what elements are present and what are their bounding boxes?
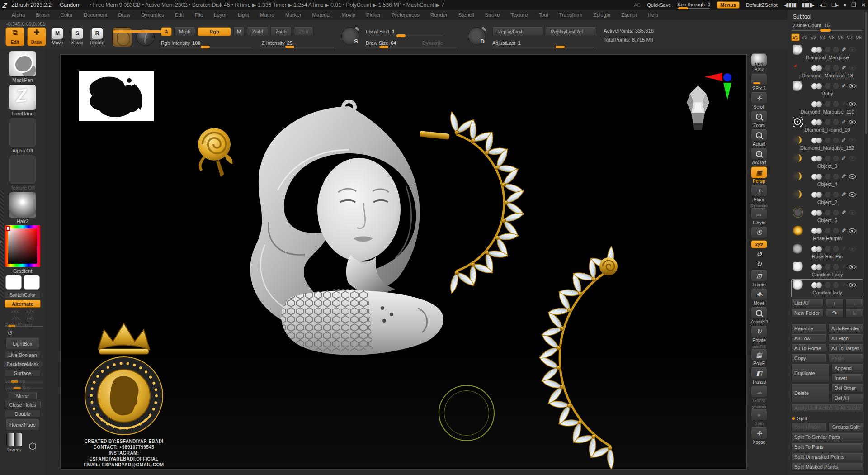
stroke-selector[interactable]: FreeHand	[9, 84, 36, 116]
menu-item[interactable]: Help	[642, 11, 664, 19]
alpha-off-thumbnail[interactable]	[9, 118, 36, 147]
menu-item[interactable]: Alpha	[6, 11, 30, 19]
rgb-button[interactable]: Rgb	[198, 27, 231, 36]
shader-icon[interactable]	[825, 138, 830, 143]
eye-icon[interactable]	[849, 84, 856, 88]
subtool-view-tab[interactable]: V4	[818, 33, 827, 41]
subtool-row[interactable]: ✎ Rose Hair Pin	[791, 243, 863, 261]
subtool-row[interactable]: ✎ Object_3	[791, 152, 863, 171]
shader-icon[interactable]	[825, 246, 830, 252]
mirror-z-button[interactable]: >Z<	[26, 309, 35, 314]
tray-divider-handle[interactable]	[0, 190, 4, 299]
visibility-icon[interactable]	[811, 101, 822, 107]
subtool-row[interactable]: ✎ Object_2	[791, 189, 863, 207]
right-strip-item[interactable]: ⊥ Floor	[750, 185, 768, 202]
invers-icon[interactable]	[6, 433, 22, 446]
zsub-button[interactable]: Zsub	[270, 27, 291, 36]
color-picker[interactable]	[5, 225, 40, 267]
subtool-name[interactable]: Rose Hairpin	[793, 236, 862, 242]
alternate-button[interactable]: Alternate	[5, 300, 41, 308]
polypaint-icon[interactable]: ✎	[841, 83, 846, 89]
subtool-thumbnail[interactable]	[793, 280, 803, 290]
uv-icon[interactable]	[833, 156, 839, 161]
texture-off-thumbnail[interactable]	[9, 155, 36, 185]
right-strip-item[interactable]: ✛ Scroll	[750, 92, 768, 109]
polypaint-icon[interactable]: ✎	[841, 119, 846, 125]
visibility-icon[interactable]	[811, 47, 822, 53]
menu-item[interactable]: Stencil	[453, 11, 480, 19]
right-strip-item[interactable]: ⊡ Frame	[750, 270, 768, 287]
subtool-view-tab[interactable]: V6	[836, 33, 845, 41]
move-to-folder-button[interactable]: ↷	[826, 309, 844, 317]
subtool-row[interactable]: ✎ Diamond_Marquise_152	[791, 134, 863, 152]
rgb-intensity-slider[interactable]: Rgb Intensity 100	[161, 38, 251, 48]
menu-item[interactable]: Color	[55, 11, 78, 19]
strip-icon[interactable]: ✛	[751, 92, 767, 104]
menu-item[interactable]: Texture	[505, 11, 533, 19]
eye-icon[interactable]	[849, 138, 856, 142]
uv-icon[interactable]	[833, 138, 839, 143]
eye-icon[interactable]	[849, 192, 856, 197]
polypaint-icon[interactable]: ✎	[841, 264, 846, 270]
surface-button[interactable]: Surface	[5, 369, 41, 377]
right-strip-item[interactable]: SPix 3	[750, 74, 768, 91]
apply-last-action-button[interactable]: Apply Last Action To All Subto	[791, 404, 863, 412]
subtool-name[interactable]: Diamond_Marquise_110	[793, 109, 862, 116]
strip-icon[interactable]: ✢	[751, 428, 767, 439]
right-strip-item[interactable]: xyz	[750, 240, 768, 249]
autoreorder-button[interactable]: AutoReorder	[828, 324, 863, 332]
polypaint-icon[interactable]: ✎	[841, 246, 846, 252]
shader-icon[interactable]	[825, 282, 830, 288]
eye-icon[interactable]	[849, 120, 856, 124]
maskpen-brush-thumbnail[interactable]	[9, 51, 36, 77]
material-sphere-thumbnail[interactable]	[9, 192, 36, 218]
shader-icon[interactable]	[825, 65, 830, 71]
subtool-row[interactable]: ✎ Rose Hairpin	[791, 225, 863, 243]
visibility-icon[interactable]	[811, 192, 822, 198]
strip-icon[interactable]: ✇	[751, 227, 767, 238]
polypaint-icon[interactable]: ✎	[841, 228, 846, 234]
subtool-name[interactable]: Ruby	[793, 91, 862, 98]
uv-icon[interactable]	[833, 47, 839, 52]
shader-icon[interactable]	[825, 47, 830, 52]
copy-button[interactable]: Copy	[791, 354, 826, 362]
del-all-button[interactable]: Del All	[831, 394, 863, 402]
split-section-header[interactable]: Split	[792, 416, 863, 421]
strip-icon[interactable]: ☁	[751, 386, 767, 398]
visibility-icon[interactable]	[811, 119, 822, 125]
texture-selector[interactable]: Texture Off	[9, 155, 36, 190]
replay-last-rel-button[interactable]: ReplayLastRel	[546, 27, 597, 36]
subtool-thumbnail[interactable]	[793, 208, 803, 218]
menu-item[interactable]: Tool	[533, 11, 553, 19]
menu-item[interactable]: Stroke	[479, 11, 505, 19]
uv-icon[interactable]	[833, 83, 839, 89]
strip-icon[interactable]: ◧	[751, 367, 767, 379]
polypaint-icon[interactable]: ✎	[841, 47, 846, 53]
split-unmasked-button[interactable]: Split Unmasked Points	[791, 453, 863, 461]
gem-preview-model[interactable]	[685, 84, 711, 133]
live-boolean-button[interactable]: Live Boolean	[5, 351, 41, 359]
edit-button[interactable]: ⧉ Edit	[5, 27, 24, 46]
divider-right-icon[interactable]: ▮▮▮▮▸	[802, 2, 814, 8]
subtool-row[interactable]: ✎ Diamond_Marquise	[791, 44, 863, 62]
rotate-button[interactable]: R Rotate	[89, 27, 106, 46]
subtool-row[interactable]: ✎ Diamond_Marquise_110	[791, 98, 863, 116]
menu-item[interactable]: Dynamics	[136, 11, 169, 19]
subtool-view-tab[interactable]: V1	[791, 33, 800, 41]
menu-item[interactable]: Zscript	[616, 11, 642, 19]
all-low-button[interactable]: All Low	[791, 334, 826, 342]
subtool-name[interactable]: Rose Hair Pin	[793, 254, 862, 261]
del-other-button[interactable]: Del Other	[831, 384, 863, 392]
right-strip-item[interactable]: + Zoom	[750, 111, 768, 128]
subtool-row[interactable]: ✎ Ruby	[791, 80, 863, 98]
subtool-name[interactable]: Gandom lady	[793, 290, 862, 297]
all-to-home-button[interactable]: All To Home	[791, 344, 826, 352]
material-selector[interactable]: Hair2	[9, 192, 36, 224]
subtool-row[interactable]: ✎ Gandom Lady	[791, 261, 863, 279]
subtool-name[interactable]: Object_3	[793, 163, 862, 170]
right-strip-item[interactable]: ✢ Xpose	[750, 428, 768, 445]
mirror-button[interactable]: Mirror	[9, 392, 37, 399]
all-to-target-button[interactable]: All To Target	[828, 344, 863, 352]
subtool-name[interactable]: Gandom Lady	[793, 272, 862, 279]
eye-icon[interactable]	[849, 48, 856, 52]
